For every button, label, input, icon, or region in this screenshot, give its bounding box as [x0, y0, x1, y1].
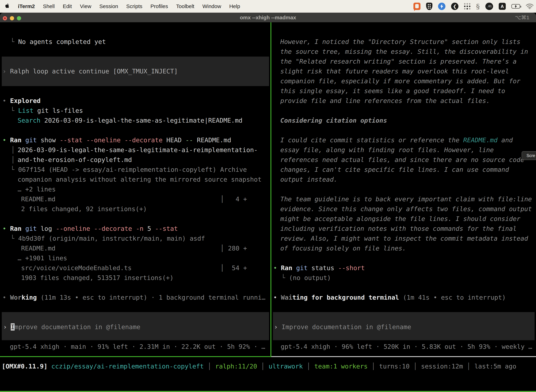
menu-item-shell[interactable]: Shell: [43, 3, 55, 9]
menu-status-icons: ❮ § ..61 A: [413, 0, 534, 13]
terminal-line: README.md: [21, 243, 55, 253]
terminal-line: • Waiting for background terminal (1m 41…: [273, 293, 506, 303]
terminal-line: › Ralph loop active continue [OMX_TMUX_I…: [2, 66, 178, 76]
screen-overlay-button[interactable]: Scre: [522, 151, 536, 160]
terminal-line: references need actual files, and since …: [280, 155, 524, 165]
window-title: omx --xhigh --madmax: [0, 13, 536, 22]
wifi-icon[interactable]: [526, 3, 534, 9]
apple-menu[interactable]: [5, 3, 10, 10]
terminal-line: 2 files changed, 92 insertions(+): [21, 204, 147, 214]
terminal-line: │ 4 +: [220, 194, 247, 204]
apple-icon: [5, 3, 10, 10]
terminal-line: this single essay, it seems like a good …: [280, 86, 505, 96]
terminal-line: 1903 files changed, 513517 insertions(+): [21, 273, 174, 283]
terminal-line: I could cite commit statistics or refere…: [280, 135, 513, 145]
terminal-line: including verification notes with those …: [280, 224, 517, 233]
terminal-line: › Improve documentation in @filename: [3, 322, 140, 332]
tmux-status-bar: [omx-cczip0:bash* "MacBook-Pro-44.local"…: [0, 391, 536, 392]
terminal-line: • Ran git show --stat --oneline --decora…: [2, 135, 231, 145]
terminal-line: essay file, along with finding root file…: [280, 145, 494, 155]
terminal-line: gpt-5.4 xhigh · 96% left · 520K in · 5.8…: [281, 342, 532, 352]
menu-item-help[interactable]: Help: [229, 3, 240, 9]
terminal-line: companion file, especially if more comme…: [280, 76, 520, 86]
chat-app-icon[interactable]: [413, 3, 421, 10]
terminal-line: slight risk that future readers may over…: [280, 66, 509, 76]
terminal-line: │ 280 +: [220, 243, 247, 253]
terminal-line: of focusing solely on file lines.: [280, 243, 406, 253]
terminal-line: … +2 lines: [18, 184, 56, 194]
squiggle-icon[interactable]: §: [476, 2, 480, 10]
window-title-bar[interactable]: omx --xhigh --madmax ⌥⌘1: [0, 13, 536, 22]
terminal-line: The team guideline is to back every impo…: [280, 194, 532, 204]
menu-bar: iTerm2 Shell Edit View Session Scripts P…: [0, 0, 536, 13]
terminal-line: │: [11, 155, 15, 165]
menu-item-toolbelt[interactable]: Toolbelt: [176, 3, 194, 9]
menu-item-iterm2[interactable]: iTerm2: [18, 3, 35, 9]
terminal-line: • Explored: [2, 96, 41, 106]
terminal-line: … +1901 lines: [18, 253, 67, 263]
window-shortcut-hint: ⌥⌘1: [515, 13, 529, 22]
menu-item-session[interactable]: Session: [99, 3, 118, 9]
terminal-line: └ 4b9d30f (origin/main, instructkr/main,…: [10, 233, 205, 243]
menu-item-view[interactable]: View: [80, 3, 91, 9]
terminal-line: › Improve documentation in @filename: [274, 322, 411, 332]
terminal-line: 2026-03-09-is-legal-the-same-as-legitima…: [18, 145, 258, 155]
iterm-window: omx --xhigh --madmax ⌥⌘1 └ No agents com…: [0, 13, 536, 392]
terminal-line: Search 2026-03-09-is-legal-the-same-as-l…: [18, 116, 243, 125]
terminal-line: │ 54 +: [220, 263, 247, 273]
menu-item-scripts[interactable]: Scripts: [126, 3, 143, 9]
terminal-line: └ 067f154 (HEAD -> essay/ai-reimplementa…: [10, 165, 247, 175]
terminal-line: review. Also, I might want to inspect th…: [280, 233, 528, 243]
terminal-line: └ No agents completed yet: [10, 37, 106, 47]
pane-divider[interactable]: [270, 22, 271, 356]
omx-status-line: [OMX#0.11.9] cczip/essay/ai-reimplementa…: [2, 361, 516, 371]
pane-bottom-border-right: [271, 356, 536, 357]
battery-icon[interactable]: [511, 4, 520, 9]
terminal-line: provide file and line references from th…: [280, 96, 490, 106]
terminal-line: README.md: [21, 194, 55, 204]
menu-item-profiles[interactable]: Profiles: [150, 3, 168, 9]
bolt-badge-icon[interactable]: [438, 3, 445, 10]
terminal-line: └ (no output): [281, 273, 331, 283]
terminal-line: output instead.: [280, 175, 337, 184]
terminal-line: However, I noticed the "Directory Struct…: [280, 37, 520, 47]
terminal-line: changes, I can't cite specific file line…: [280, 165, 509, 175]
count-badge-icon[interactable]: ..61: [485, 3, 493, 10]
keyboard-layout-icon[interactable]: A: [499, 3, 506, 10]
terminal-line: • Working (11m 13s • esc to interrupt) ·…: [2, 293, 266, 303]
terminal-line: evidence. Since this change only affects…: [280, 204, 532, 214]
terminal-line: might be acceptable alongside the file l…: [280, 214, 520, 224]
terminal-line: Considering citation options: [280, 116, 387, 125]
terminal-line: gpt-5.4 xhigh · main · 91% left · 2.31M …: [10, 342, 265, 352]
terminal-content: └ No agents completed yet› Ralph loop ac…: [0, 22, 536, 392]
terminal-line: └ List git ls-files: [10, 106, 83, 116]
grid-menu-icon[interactable]: [464, 3, 470, 9]
terminal-line: src/voice/voiceModeEnabled.ts: [21, 263, 132, 273]
terminal-line: companion analysis without altering the …: [18, 175, 262, 184]
shield-icon[interactable]: [426, 3, 432, 10]
terminal-line: • Ran git log --oneline --decorate -n 5 …: [2, 224, 178, 233]
pane-bottom-border-left: [0, 356, 271, 357]
terminal-line: the source tree, missing the essay. Stil…: [280, 47, 528, 56]
terminal-line: and-the-erosion-of-copyleft.md: [18, 155, 132, 165]
menu-item-edit[interactable]: Edit: [63, 3, 72, 9]
crescent-app-icon[interactable]: ❮: [451, 3, 459, 10]
menu-item-window[interactable]: Window: [202, 3, 221, 9]
terminal-line: │: [11, 145, 15, 155]
terminal-line: the "Related research writing" section i…: [280, 56, 517, 66]
terminal-line: • Ran git status --short: [273, 263, 365, 273]
